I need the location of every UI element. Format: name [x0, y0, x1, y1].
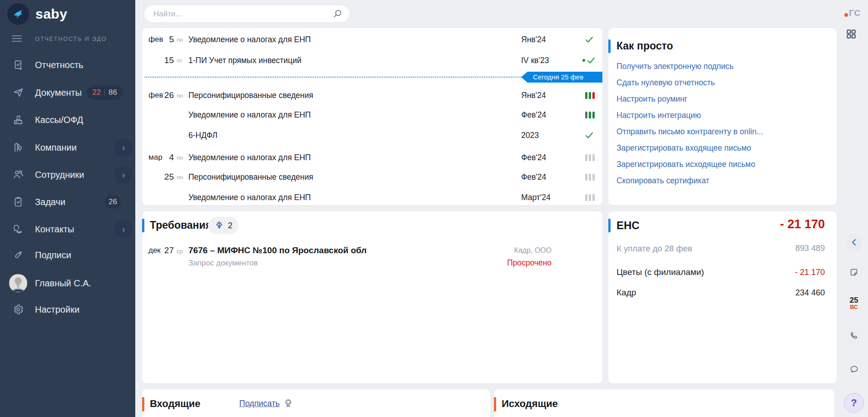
apps-grid-icon[interactable] [845, 28, 857, 42]
row-weekday: ср [177, 248, 183, 255]
phone-icon [849, 331, 859, 341]
send-icon [12, 87, 25, 98]
inbox-panel: Входящие Подписать [142, 389, 490, 417]
link-zero-reporting[interactable]: Сдать нулевую отчетность [616, 78, 715, 88]
sign-link[interactable]: Подписать [239, 399, 280, 408]
sidebar-item-companies[interactable]: Компании › [0, 137, 135, 157]
sign-action[interactable]: Подписать [239, 398, 293, 408]
phone-button[interactable] [843, 325, 864, 346]
rail-calendar-weekday: ВС [850, 304, 858, 310]
row-period: Март'24 [521, 193, 551, 202]
calendar-row[interactable]: 6-НДФЛ 2023 [142, 125, 602, 146]
sidebar-item-reports[interactable]: Отчетность [0, 55, 135, 75]
sidebar-item-documents[interactable]: Документы 22 86 [0, 83, 135, 103]
sidebar-item-employees[interactable]: Сотрудники › [0, 165, 135, 185]
chevron-right-icon[interactable]: › [114, 166, 133, 184]
panel-title: ЕНС [616, 219, 640, 232]
saby-logo[interactable]: saby [7, 3, 67, 25]
sidebar-item-profile[interactable]: Главный С.А. [0, 273, 135, 293]
notification-dot [844, 13, 848, 17]
requirement-subtitle: Запрос документов [188, 259, 258, 268]
row-period: 2023 [521, 131, 539, 140]
sidebar-item-signatures[interactable]: Подписи [0, 245, 135, 265]
link-roaming[interactable]: Настроить роуминг [616, 94, 687, 104]
link-send-letter[interactable]: Отправить письмо контрагенту в onlin... [616, 127, 763, 137]
sidebar-item-tasks[interactable]: Задачи 26 [0, 192, 135, 212]
chevron-right-icon[interactable]: › [114, 138, 133, 157]
sidebar-item-label: Задачи [35, 197, 65, 207]
chat-button[interactable] [843, 358, 864, 379]
help-question-mark: ? [851, 397, 857, 409]
requirements-count: 2 [228, 221, 232, 231]
status-pending-icon [578, 174, 601, 181]
row-period: Фев'24 [521, 110, 546, 120]
chat-bubble-icon [849, 364, 859, 374]
row-weekday: пн [177, 36, 183, 43]
link-get-signature[interactable]: Получить электронную подпись [616, 62, 734, 71]
calendar-row[interactable]: фев 5 пн Уведомление о налогах для ЕНП Я… [142, 29, 602, 50]
row-title: 1-ПИ Учет прямых инвестиций [188, 56, 301, 65]
sidebar-item-settings[interactable]: Настройки [0, 299, 135, 319]
link-register-outgoing[interactable]: Зарегистрировать исходящее письмо [616, 160, 755, 169]
link-integration[interactable]: Настроить интеграцию [616, 111, 701, 120]
avatar [9, 274, 27, 292]
panel-title[interactable]: Исходящие [502, 398, 558, 410]
row-period: Фев'24 [521, 172, 546, 182]
monogram-button[interactable]: ГС [844, 8, 861, 18]
calendar-row[interactable]: мар 4 пн Уведомление о налогах для ЕНП Ф… [142, 147, 602, 168]
ens-total: - 21 170 [780, 217, 825, 231]
menu-icon[interactable] [12, 34, 22, 44]
row-day: 25 [158, 172, 174, 182]
calendar-row[interactable]: 25 пн Персонифицированные сведения Фев'2… [142, 167, 602, 187]
sidebar-item-label: Документы [35, 88, 82, 98]
seal-icon [283, 398, 293, 408]
calendar-row[interactable]: Уведомление о налогах для ЕНП Фев'24 [142, 104, 602, 125]
notes-button[interactable] [843, 262, 864, 283]
eagle-icon [214, 220, 225, 231]
status-done-dot-icon [578, 55, 601, 65]
row-title: 6-НДФЛ [188, 131, 217, 140]
sidebar-item-label: Компании [35, 142, 77, 153]
ens-row-label[interactable]: Цветы (с филиалами) [616, 267, 704, 277]
panel-accent [608, 219, 611, 232]
ens-row-label[interactable]: Кадр [616, 288, 636, 298]
status-progress-icon [578, 92, 601, 99]
chevron-right-icon[interactable]: › [114, 220, 133, 238]
how-simple-panel: Как просто Получить электронную подпись … [608, 28, 837, 205]
panel-accent [608, 39, 611, 53]
calendar-row[interactable]: Уведомление о налогах для ЕНП Март'24 [142, 187, 602, 205]
ens-row-value: 234 460 [795, 288, 825, 298]
sidebar-item-kassy-ofd[interactable]: Кассы/ОФД [0, 110, 135, 130]
sidebar-item-label: Отчетность [35, 60, 84, 70]
requirements-count-badge[interactable]: 2 [208, 217, 238, 234]
requirement-title: 7676 – МИФНС №100 по Ярославской обл [188, 245, 367, 255]
link-register-incoming[interactable]: Зарегистрировать входящее письмо [616, 143, 751, 153]
chevron-left-icon [851, 239, 857, 246]
collapse-panel-button[interactable] [847, 233, 861, 252]
report-icon [12, 59, 25, 71]
row-period: Фев'24 [521, 153, 546, 162]
calendar-button[interactable]: 25 ВС [843, 293, 864, 314]
status-done-icon [578, 130, 601, 140]
row-period: IV кв'23 [521, 56, 549, 65]
panel-title: Требования [150, 219, 212, 231]
link-copy-certificate[interactable]: Скопировать сертификат [616, 176, 710, 186]
help-button[interactable]: ? [844, 393, 864, 413]
row-title: Персонифицированные сведения [188, 172, 313, 182]
calendar-row[interactable]: фев 26 пн Персонифицированные сведения Я… [142, 85, 602, 106]
search-input[interactable] [153, 9, 332, 19]
status-pending-icon [578, 194, 601, 201]
requirements-panel: Требования 2 дек 27 ср 7676 – МИФНС №100… [142, 211, 602, 383]
rail-calendar-day: 25 [850, 296, 858, 304]
accountant-section: ОТЧЕТНОСТЬ И ЭДО [0, 29, 135, 49]
row-day: 4 [158, 152, 174, 162]
company-icon [12, 142, 25, 153]
deadlines-panel: фев 5 пн Уведомление о налогах для ЕНП Я… [142, 28, 602, 205]
section-label: ОТЧЕТНОСТЬ И ЭДО [35, 35, 107, 42]
row-title: Персонифицированные сведения [188, 91, 313, 100]
panel-title[interactable]: Входящие [150, 398, 201, 410]
calendar-row[interactable]: 15 чт 1-ПИ Учет прямых инвестиций IV кв'… [142, 50, 602, 71]
sidebar-item-contacts[interactable]: Контакты › [0, 219, 135, 239]
search-icon[interactable] [332, 9, 343, 20]
sidebar-item-label: Сотрудники [35, 170, 84, 180]
